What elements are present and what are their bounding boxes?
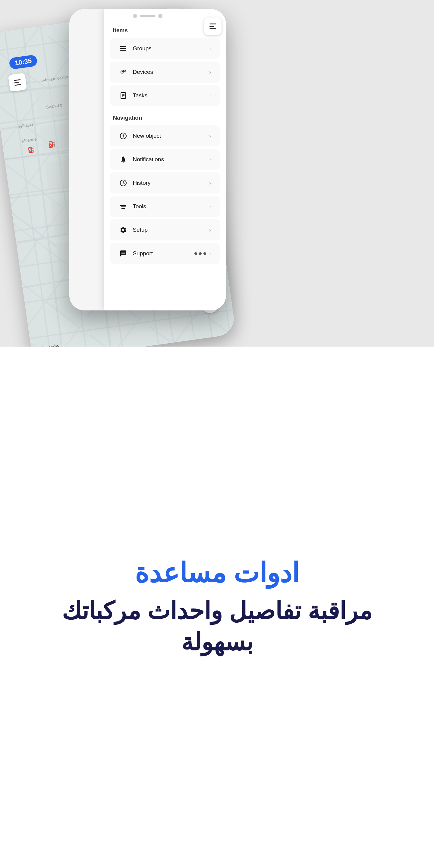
history-label: History xyxy=(133,180,150,186)
hamburger-icon xyxy=(14,79,21,86)
svg-point-41 xyxy=(123,162,124,163)
groups-chevron: › xyxy=(209,45,211,52)
history-icon xyxy=(119,179,128,187)
support-icon xyxy=(119,249,128,258)
new-object-icon xyxy=(119,131,128,141)
menu-item-new-object[interactable]: New object › xyxy=(110,125,220,147)
arabic-title: ادوات مساعدة xyxy=(135,557,299,589)
menu-item-devices-left: Devices xyxy=(119,67,153,76)
tasks-icon xyxy=(119,91,128,100)
tools-icon xyxy=(119,202,128,211)
menu-item-tasks-left: Tasks xyxy=(119,91,147,100)
notifications-icon xyxy=(119,155,128,164)
notifications-label: Notifications xyxy=(133,156,164,163)
support-right: › xyxy=(194,250,211,257)
map-menu-button[interactable] xyxy=(8,73,27,92)
notifications-chevron: › xyxy=(209,156,211,163)
menu-item-groups-left: Groups xyxy=(119,44,151,53)
support-chevron: › xyxy=(209,250,211,257)
main-phone-wrapper: Items Groups › xyxy=(69,9,226,310)
menu-item-tools[interactable]: Tools › xyxy=(110,196,220,217)
camera-dot-2 xyxy=(158,14,162,18)
tools-chevron: › xyxy=(209,204,211,210)
menu-item-setup[interactable]: Setup › xyxy=(110,219,220,241)
arabic-subtitle: مراقبة تفاصيل واحداث مركباتك بسهولة xyxy=(36,595,398,658)
devices-label: Devices xyxy=(133,69,153,75)
camera-dot xyxy=(133,14,137,18)
groups-icon xyxy=(119,44,128,53)
menu-item-tools-left: Tools xyxy=(119,202,146,211)
speaker-pill xyxy=(140,15,155,17)
setup-label: Setup xyxy=(133,227,148,233)
top-right-menu-button[interactable] xyxy=(204,18,221,35)
menu-item-history[interactable]: History › xyxy=(110,173,220,193)
new-object-chevron: › xyxy=(209,133,211,139)
bottom-section: ادوات مساعدة مراقبة تفاصيل واحداث مركبات… xyxy=(0,347,434,868)
groups-label: Groups xyxy=(133,45,151,52)
menu-item-devices[interactable]: Devices › xyxy=(110,61,220,83)
triple-dots xyxy=(194,252,206,255)
svg-rect-44 xyxy=(121,207,126,207)
support-label: Support xyxy=(133,250,153,257)
svg-rect-43 xyxy=(120,205,126,206)
devices-chevron: › xyxy=(209,69,211,75)
new-object-label: New object xyxy=(133,133,161,139)
devices-icon xyxy=(119,67,128,76)
gas-icon: ⛽ xyxy=(27,146,35,154)
map-pin-2: ⛽ xyxy=(48,140,56,148)
svg-rect-37 xyxy=(122,92,124,93)
menu-item-new-object-left: New object xyxy=(119,131,161,141)
menu-item-setup-left: Setup xyxy=(119,225,148,235)
menu-panel: Items Groups › xyxy=(104,9,226,310)
top-right-hamburger-icon xyxy=(210,24,216,29)
main-phone: Items Groups › xyxy=(69,9,226,310)
menu-item-support[interactable]: Support › xyxy=(110,243,220,264)
menu-item-support-left: Support xyxy=(119,249,153,258)
svg-rect-29 xyxy=(120,48,126,49)
phone-top-bar xyxy=(133,14,162,18)
menu-item-groups[interactable]: Groups › xyxy=(110,38,220,59)
menu-item-history-left: History xyxy=(119,179,150,187)
navigation-section-label: Navigation xyxy=(104,108,226,125)
svg-rect-45 xyxy=(121,208,125,209)
menu-item-notifications[interactable]: Notifications › xyxy=(110,149,220,170)
menu-item-notifications-left: Notifications xyxy=(119,155,164,164)
tools-label: Tools xyxy=(133,203,146,210)
svg-rect-30 xyxy=(120,50,126,51)
history-chevron: › xyxy=(209,180,211,186)
svg-rect-28 xyxy=(120,46,126,47)
tasks-chevron: › xyxy=(209,93,211,99)
menu-item-tasks[interactable]: Tasks › xyxy=(110,85,220,106)
setup-icon xyxy=(119,225,128,235)
setup-chevron: › xyxy=(209,227,211,233)
tasks-label: Tasks xyxy=(133,92,147,99)
